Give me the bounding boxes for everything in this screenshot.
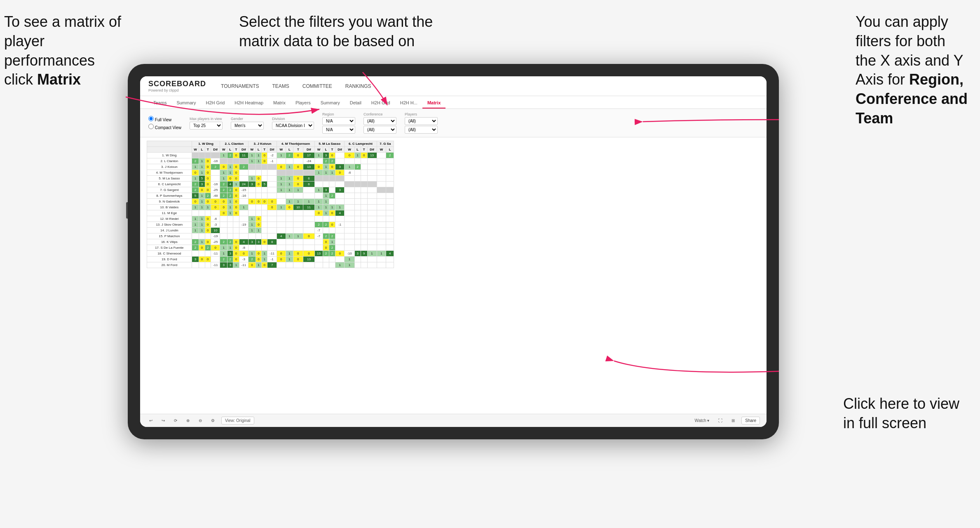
nav-rankings[interactable]: RANKINGS bbox=[343, 82, 374, 91]
nav-teams[interactable]: TEAMS bbox=[270, 82, 291, 91]
region-select-2[interactable]: N/A bbox=[322, 126, 355, 134]
matrix-cell: 2 bbox=[227, 193, 233, 199]
matrix-cell bbox=[303, 170, 314, 176]
matrix-cell bbox=[354, 176, 361, 182]
matrix-cell bbox=[262, 222, 267, 228]
matrix-cell: 1 bbox=[205, 205, 211, 210]
player-row-name: 20. M Ford bbox=[147, 262, 192, 268]
sub-dif-3: Dif bbox=[267, 147, 277, 153]
matrix-cell bbox=[286, 210, 293, 216]
matrix-cell: 1 bbox=[199, 170, 205, 176]
matrix-cell bbox=[377, 239, 386, 245]
matrix-cell bbox=[386, 216, 394, 222]
zoom-out-btn[interactable]: ⊖ bbox=[196, 417, 204, 424]
matrix-cell bbox=[239, 216, 248, 222]
matrix-cell bbox=[220, 222, 227, 228]
matrix-cell: 1 bbox=[335, 262, 345, 268]
matrix-cell: 1 bbox=[239, 205, 248, 210]
matrix-cell: 0 bbox=[286, 205, 293, 210]
watch-btn[interactable]: Watch ▾ bbox=[692, 417, 712, 424]
matrix-cell: 3 bbox=[227, 251, 233, 257]
matrix-cell bbox=[249, 193, 256, 199]
subnav-h2h-heatmap[interactable]: H2H Heatmap bbox=[230, 99, 268, 108]
matrix-cell: 3 bbox=[335, 187, 345, 193]
conference-select-1[interactable]: (All) bbox=[363, 117, 396, 125]
subnav-matrix-active[interactable]: Matrix bbox=[422, 99, 445, 108]
gender-select[interactable]: Men's bbox=[231, 122, 264, 130]
full-view-radio[interactable]: Full View bbox=[148, 116, 181, 122]
subnav-detail[interactable]: Detail bbox=[345, 99, 366, 108]
sub-w-5: W bbox=[315, 147, 323, 153]
share-btn[interactable]: Share bbox=[741, 417, 760, 424]
matrix-cell bbox=[293, 158, 303, 164]
matrix-cell bbox=[323, 182, 329, 187]
fullscreen-btn[interactable]: ⛶ bbox=[716, 417, 725, 424]
subnav-matrix-left[interactable]: Matrix bbox=[268, 99, 291, 108]
players-select-2[interactable]: (All) bbox=[405, 126, 438, 134]
matrix-cell bbox=[367, 187, 377, 193]
matrix-cell: 0 bbox=[233, 205, 239, 210]
matrix-cell bbox=[227, 228, 233, 233]
matrix-cell: 1 bbox=[256, 228, 261, 233]
max-players-select[interactable]: Top 25 bbox=[190, 122, 223, 130]
player-row-name: 5. M La Sasso bbox=[147, 176, 192, 182]
matrix-cell: 10 bbox=[211, 228, 220, 233]
compact-view-radio[interactable]: Compact View bbox=[148, 124, 181, 130]
division-select[interactable]: NCAA Division I bbox=[272, 122, 314, 130]
subnav-h2h-h[interactable]: H2H H... bbox=[395, 99, 422, 108]
matrix-cell bbox=[386, 262, 394, 268]
subnav-h2h-grid[interactable]: H2H Grid bbox=[201, 99, 230, 108]
matrix-area[interactable]: 1. W Ding 2. L Clanton 3. J Koivun 4. M … bbox=[140, 137, 767, 414]
subnav-summary2[interactable]: Summary bbox=[316, 99, 345, 108]
matrix-cell: 0 bbox=[220, 199, 227, 205]
matrix-cell: 1 bbox=[367, 251, 377, 257]
matrix-cell: -15 bbox=[239, 187, 248, 193]
settings-btn[interactable]: ⚙ bbox=[209, 417, 217, 424]
matrix-cell: 1 bbox=[199, 222, 205, 228]
nav-committee[interactable]: COMMITTEE bbox=[300, 82, 335, 91]
zoom-in-btn[interactable]: ⊕ bbox=[184, 417, 192, 424]
matrix-cell bbox=[367, 228, 377, 233]
matrix-cell bbox=[315, 257, 323, 262]
region-select-1[interactable]: N/A bbox=[322, 117, 355, 125]
matrix-cell: 1 bbox=[277, 205, 286, 210]
player-row-name: 10. B Valdes bbox=[147, 205, 192, 210]
matrix-cell: 0 bbox=[262, 158, 267, 164]
matrix-cell bbox=[233, 222, 239, 228]
matrix-cell bbox=[211, 170, 220, 176]
matrix-cell: 0 bbox=[256, 182, 261, 187]
matrix-cell bbox=[354, 182, 361, 187]
matrix-cell: 0 bbox=[205, 170, 211, 176]
matrix-cell bbox=[377, 222, 386, 228]
matrix-cell: 3 bbox=[354, 251, 361, 257]
matrix-cell bbox=[386, 187, 394, 193]
matrix-cell: 1 bbox=[192, 176, 199, 182]
matrix-cell: 2 bbox=[227, 239, 233, 245]
subnav-h2h-grid2[interactable]: H2H Grid bbox=[366, 99, 395, 108]
matrix-cell bbox=[354, 205, 361, 210]
matrix-cell bbox=[293, 216, 303, 222]
matrix-cell: 1 bbox=[354, 153, 361, 158]
undo-btn[interactable]: ↩ bbox=[147, 417, 155, 424]
matrix-cell bbox=[377, 205, 386, 210]
sub-w-6: W bbox=[345, 147, 354, 153]
player-row-name: 11. M Ege bbox=[147, 210, 192, 216]
refresh-btn[interactable]: ⟳ bbox=[171, 417, 180, 424]
scoreboard-nav: TOURNAMENTS TEAMS COMMITTEE RANKINGS bbox=[218, 82, 373, 91]
matrix-cell bbox=[386, 199, 394, 205]
subnav-teams[interactable]: Teams bbox=[148, 99, 171, 108]
view-original-btn[interactable]: View: Original bbox=[221, 417, 254, 424]
subnav-players[interactable]: Players bbox=[291, 99, 316, 108]
layout-btn[interactable]: ⊞ bbox=[729, 417, 737, 424]
matrix-cell bbox=[205, 210, 211, 216]
matrix-cell: 2 bbox=[239, 164, 248, 170]
matrix-cell: 1 bbox=[277, 176, 286, 182]
matrix-cell bbox=[361, 187, 367, 193]
subnav-summary[interactable]: Summary bbox=[171, 99, 201, 108]
conference-select-2[interactable]: (All) bbox=[363, 126, 396, 134]
matrix-cell: 3 bbox=[249, 239, 256, 245]
players-select-1[interactable]: (All) bbox=[405, 117, 438, 125]
matrix-cell: 1 bbox=[220, 170, 227, 176]
nav-tournaments[interactable]: TOURNAMENTS bbox=[218, 82, 261, 91]
redo-btn[interactable]: ↪ bbox=[159, 417, 167, 424]
